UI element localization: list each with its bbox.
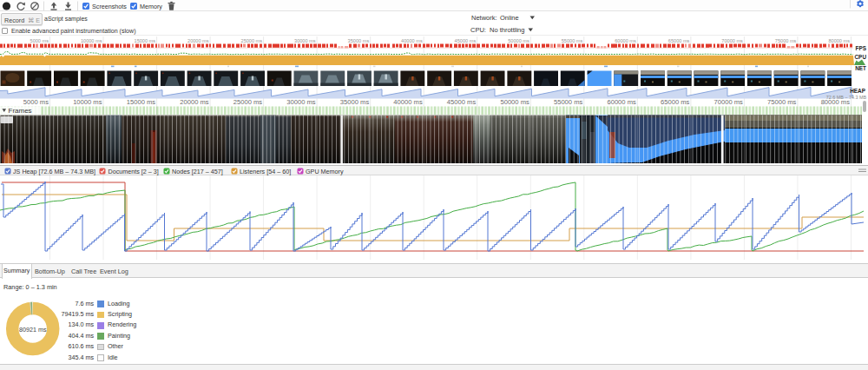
svg-text:Frames: Frames <box>9 107 32 115</box>
svg-text:20000 ms: 20000 ms <box>180 98 209 106</box>
svg-text:20000 ms: 20000 ms <box>187 38 209 43</box>
svg-text:50000 ms: 50000 ms <box>500 98 529 106</box>
svg-text:10000 ms: 10000 ms <box>73 98 102 106</box>
svg-text:CPU: CPU <box>855 54 867 60</box>
svg-text:35000 ms: 35000 ms <box>340 98 370 106</box>
svg-text:75000 ms: 75000 ms <box>767 98 797 106</box>
svg-text:72.6 MB – 74.3 MB: 72.6 MB – 74.3 MB <box>826 95 867 100</box>
svg-text:55000 ms: 55000 ms <box>554 98 583 106</box>
svg-text:30000 ms: 30000 ms <box>294 38 316 43</box>
svg-text:10000 ms: 10000 ms <box>81 38 102 43</box>
svg-text:60000 ms: 60000 ms <box>607 98 636 106</box>
svg-text:30000 ms: 30000 ms <box>286 98 316 106</box>
svg-text:45000 ms: 45000 ms <box>447 98 477 106</box>
svg-text:5000 ms: 5000 ms <box>23 98 49 106</box>
svg-text:HEAP: HEAP <box>850 88 865 94</box>
svg-text:70000 ms: 70000 ms <box>714 98 744 106</box>
svg-text:70000 ms: 70000 ms <box>721 38 743 43</box>
svg-text:40000 ms: 40000 ms <box>393 98 423 106</box>
svg-text:65000 ms: 65000 ms <box>668 38 690 43</box>
svg-text:25000 ms: 25000 ms <box>241 38 263 43</box>
svg-text:50000 ms: 50000 ms <box>508 38 529 43</box>
svg-text:75000 ms: 75000 ms <box>775 38 797 43</box>
svg-text:60000 ms: 60000 ms <box>615 38 636 43</box>
svg-text:65000 ms: 65000 ms <box>661 98 690 106</box>
svg-text:40000 ms: 40000 ms <box>401 38 423 43</box>
svg-text:FPS: FPS <box>856 45 867 51</box>
svg-text:45000 ms: 45000 ms <box>455 38 477 43</box>
svg-text:55000 ms: 55000 ms <box>562 38 583 43</box>
svg-text:35000 ms: 35000 ms <box>348 38 370 43</box>
svg-text:80000 ms: 80000 ms <box>828 38 850 43</box>
svg-text:15000 ms: 15000 ms <box>127 98 156 106</box>
svg-text:15000 ms: 15000 ms <box>135 38 156 43</box>
svg-text:5000 ms: 5000 ms <box>30 38 49 43</box>
svg-text:25000 ms: 25000 ms <box>233 98 263 106</box>
